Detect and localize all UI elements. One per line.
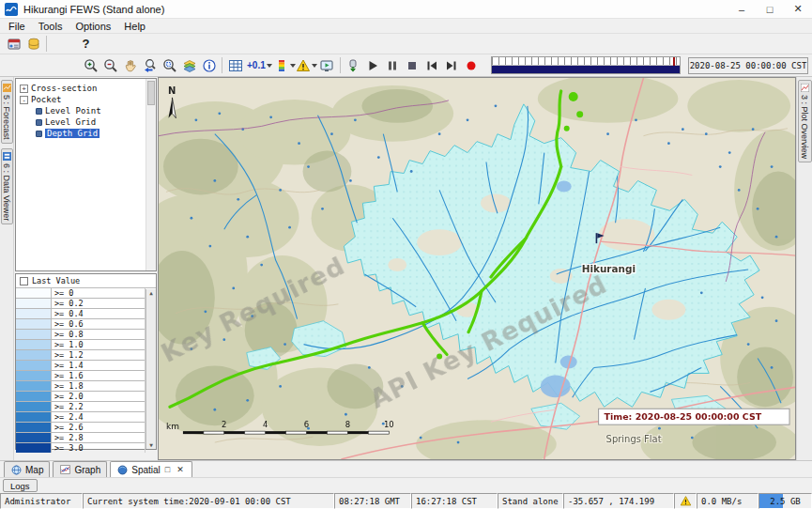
maximize-button[interactable]: □ xyxy=(756,0,784,18)
tree-item-cross-section[interactable]: + Cross-section xyxy=(16,83,156,94)
legend-swatch xyxy=(16,371,52,380)
app-window: Hikurangi FEWS (Stand alone) – □ ✕ File … xyxy=(0,0,812,509)
step-backward-button[interactable] xyxy=(422,55,442,75)
scroll-up-icon[interactable]: ▲ xyxy=(149,290,153,296)
status-coordinates: -35.657 , 174.199 xyxy=(563,493,674,509)
menu-help[interactable]: Help xyxy=(117,21,152,32)
legend-swatch xyxy=(16,340,52,349)
minimize-button[interactable]: – xyxy=(728,0,756,18)
menu-file[interactable]: File xyxy=(2,21,32,32)
menu-tools[interactable]: Tools xyxy=(32,21,69,32)
zoom-in-button[interactable] xyxy=(81,55,100,75)
zoom-in-icon xyxy=(84,58,99,73)
legend-row: >= 0.4 xyxy=(16,309,145,319)
legend-scrollbar[interactable]: ▲ ▼ xyxy=(146,289,156,449)
status-download-rate: 0.0 MB/s xyxy=(697,493,758,509)
legend-row: >= 0 xyxy=(16,288,145,299)
legend-row: >= 0.2 xyxy=(16,299,145,309)
legend-swatch xyxy=(16,299,52,308)
legend-swatch xyxy=(16,309,52,318)
grid-icon xyxy=(228,58,243,73)
database-button[interactable] xyxy=(23,34,43,54)
pan-button[interactable] xyxy=(120,55,140,75)
explorer-button[interactable] xyxy=(4,34,23,54)
map-canvas[interactable]: API Key Required API Key Required Hikura… xyxy=(159,78,795,459)
panel-maximize-button[interactable]: □ xyxy=(163,465,172,474)
tab-plot-overview[interactable]: 3 : Plot Overview xyxy=(798,80,812,162)
tab-graph[interactable]: Graph xyxy=(53,461,107,477)
scroll-down-icon[interactable]: ▼ xyxy=(149,442,153,448)
legend-swatch xyxy=(16,443,52,453)
step-forward-icon xyxy=(444,58,459,73)
map-panel[interactable]: API Key Required API Key Required Hikura… xyxy=(158,77,796,460)
legend-swatch xyxy=(16,433,52,442)
pause-button[interactable] xyxy=(383,55,403,75)
step-backward-icon xyxy=(424,58,439,73)
plot-overview-tab-icon xyxy=(801,84,809,92)
grid-display-button[interactable] xyxy=(225,55,245,75)
time-slider-bar[interactable] xyxy=(492,66,680,73)
zoom-previous-button[interactable] xyxy=(140,55,160,75)
scrollbar-thumb[interactable] xyxy=(147,81,155,105)
tab-map[interactable]: Map xyxy=(4,461,50,477)
spatial-icon xyxy=(116,464,129,476)
legend-header: Last Value xyxy=(16,274,156,288)
toolbar-separator xyxy=(340,57,341,73)
layers-button[interactable] xyxy=(179,55,199,75)
legend-row: >= 1.2 xyxy=(16,350,145,361)
warning-icon xyxy=(680,495,692,507)
svg-text:6: 6 xyxy=(304,420,309,429)
map-toolbar: +0.1 xyxy=(0,54,812,77)
logs-button[interactable]: Logs xyxy=(3,479,38,492)
export-animation-button[interactable] xyxy=(344,55,363,75)
menu-options[interactable]: Options xyxy=(69,21,117,32)
globe-icon xyxy=(10,464,23,476)
tree-scrollbar[interactable] xyxy=(146,79,156,270)
expand-icon[interactable]: + xyxy=(20,85,28,93)
time-slider[interactable] xyxy=(491,56,681,74)
zoom-extent-button[interactable] xyxy=(160,55,179,75)
warning-dropdown[interactable] xyxy=(296,58,317,73)
collapse-icon[interactable]: - xyxy=(20,96,28,104)
tree-item-depth-grid[interactable]: Depth Grid xyxy=(16,128,156,139)
legend-swatch xyxy=(16,412,52,422)
tab-data-viewer[interactable]: 6 : Data Viewer xyxy=(1,148,13,224)
tree-item-level-point[interactable]: Level Point xyxy=(16,105,156,116)
panel-close-button[interactable]: ✕ xyxy=(175,465,186,474)
warning-icon xyxy=(296,58,311,73)
zoom-out-icon xyxy=(103,58,118,73)
zoom-out-button[interactable] xyxy=(100,55,120,75)
last-value-checkbox[interactable] xyxy=(20,277,28,285)
tab-forecast[interactable]: 5 : Forecast xyxy=(1,80,13,144)
status-mode: Stand alone xyxy=(498,493,563,509)
help-button[interactable]: ? xyxy=(76,34,96,54)
tab-spatial[interactable]: Spatial □ ✕ xyxy=(110,461,192,477)
status-memory: 2.5 GB xyxy=(758,493,812,509)
tree-item-pocket[interactable]: - Pocket xyxy=(16,94,156,105)
play-button[interactable] xyxy=(363,55,383,75)
main-area: 5 : Forecast 6 : Data Viewer + Cross-sec… xyxy=(0,77,812,460)
status-gmt-time: 08:27:18 GMT xyxy=(334,493,411,509)
step-forward-button[interactable] xyxy=(442,55,462,75)
stop-button[interactable] xyxy=(403,55,422,75)
tree-item-level-grid[interactable]: Level Grid xyxy=(16,116,156,128)
record-icon xyxy=(464,58,479,73)
record-button[interactable] xyxy=(462,55,482,75)
info-button[interactable] xyxy=(199,55,219,75)
menu-bar: File Tools Options Help xyxy=(0,19,812,34)
left-tab-strip: 5 : Forecast 6 : Data Viewer xyxy=(0,77,14,460)
legend-title: Last Value xyxy=(32,276,80,285)
close-button[interactable]: ✕ xyxy=(784,0,812,18)
scale-legend-dropdown[interactable] xyxy=(274,58,296,73)
threshold-dropdown[interactable]: +0.1 xyxy=(245,56,274,75)
title-bar: Hikurangi FEWS (Stand alone) – □ ✕ xyxy=(0,0,812,19)
status-warning-cell[interactable] xyxy=(674,493,697,509)
database-icon xyxy=(26,37,41,52)
time-slider-ruler[interactable] xyxy=(492,57,680,66)
depth-legend: Last Value >= 0 >= 0.2 >= 0.4 >= 0.6 >= … xyxy=(15,273,157,450)
tab-label: 5 : Forecast xyxy=(2,95,11,140)
animation-display-button[interactable] xyxy=(317,55,337,75)
info-icon xyxy=(202,58,217,73)
time-slider-thumb[interactable] xyxy=(673,57,675,66)
legend-swatch xyxy=(16,423,52,432)
